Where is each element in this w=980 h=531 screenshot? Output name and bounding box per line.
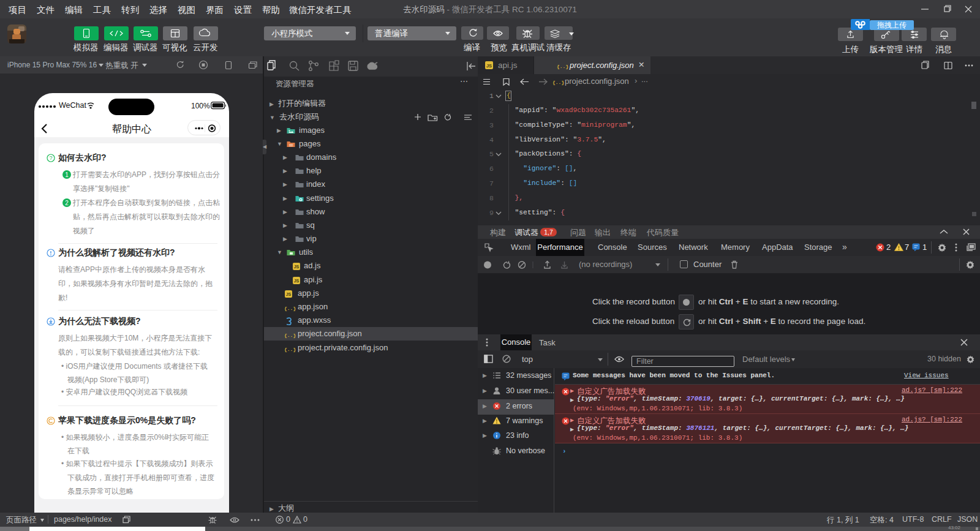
svg-text:{..}: {..} <box>557 64 568 69</box>
svg-text:?: ? <box>49 155 52 161</box>
svg-text:{..}: {..} <box>284 333 296 338</box>
svg-text:JS: JS <box>294 265 300 269</box>
svg-text:JS: JS <box>294 279 300 283</box>
svg-text:1: 1 <box>65 171 69 178</box>
svg-text:{..}: {..} <box>284 347 296 352</box>
svg-text:JS: JS <box>286 292 292 296</box>
svg-text:{..}: {..} <box>552 80 564 85</box>
svg-text:2: 2 <box>65 200 69 206</box>
svg-text:{..}: {..} <box>284 306 296 311</box>
svg-text:JS: JS <box>486 63 492 69</box>
